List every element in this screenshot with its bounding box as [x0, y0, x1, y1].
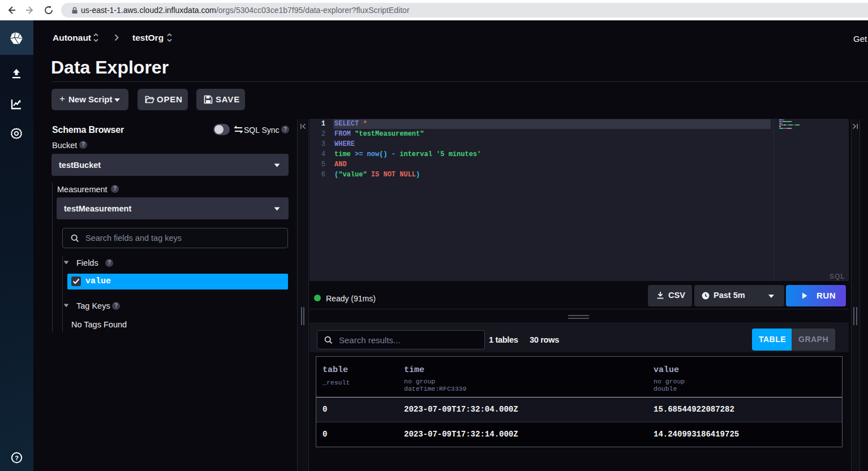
svg-text:?: ? [15, 455, 19, 461]
